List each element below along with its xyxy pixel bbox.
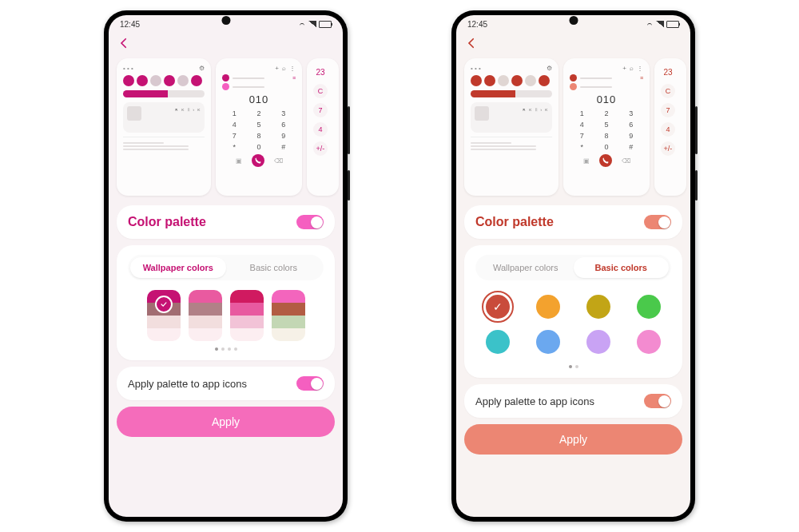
phone-mock-pink: 12:45 • • •⚙ ʀ ᴋ ॥ › ᴋ +⌕⋮ ≡ 010 1234567…: [104, 10, 348, 522]
backspace-icon: ⌫: [274, 157, 283, 165]
palette-tabs: Wallpaper colors Basic colors: [128, 255, 324, 280]
basic-color-grid: [475, 290, 671, 359]
keypad-key: 5: [256, 121, 260, 129]
palette-swatch[interactable]: [147, 290, 181, 341]
dialed-number: 010: [222, 93, 296, 105]
palette-tabs: Wallpaper colors Basic colors: [475, 255, 671, 280]
pager: [128, 347, 324, 351]
phone-mock-red: 12:45 • • •⚙ ʀ ᴋ ॥ › ᴋ +⌕⋮ ≡ 010 1234567…: [451, 10, 695, 522]
preview-calculator: 23C74+/-: [307, 58, 339, 196]
keypad-key: 6: [629, 121, 633, 129]
color-dot[interactable]: [633, 291, 665, 323]
preview-quick-panel: • • •⚙ ʀ ᴋ ॥ › ᴋ: [117, 58, 211, 196]
keypad-key: 9: [281, 132, 285, 140]
call-button: [252, 154, 264, 167]
color-palette-title: Color palette: [128, 215, 206, 229]
keypad-key: 8: [256, 132, 260, 140]
color-dot[interactable]: [582, 291, 614, 323]
keypad-key: 8: [604, 132, 608, 140]
keypad-key: 1: [233, 109, 237, 117]
battery-icon: [666, 21, 679, 28]
theme-preview-carousel[interactable]: • • •⚙ ʀ ᴋ ॥ › ᴋ +⌕⋮ ≡ 010 123456789*0# …: [456, 55, 690, 205]
preview-dialer: +⌕⋮ ≡ 010 123456789*0# ▣ ⌫: [216, 58, 302, 196]
keypad-key: 0: [256, 143, 260, 151]
back-button[interactable]: [109, 33, 343, 55]
keypad-key: 2: [256, 109, 260, 117]
keypad-key: 0: [604, 143, 608, 151]
keypad-key: 7: [233, 132, 237, 140]
apply-to-icons-panel: Apply palette to app icons: [117, 367, 335, 400]
tab-basic-colors[interactable]: Basic colors: [574, 257, 670, 278]
gear-icon: ⚙: [199, 65, 205, 72]
signal-icon: [308, 21, 316, 27]
keypad-key: *: [581, 143, 584, 151]
keypad-key: 7: [580, 132, 584, 140]
palette-swatch[interactable]: [189, 290, 222, 341]
tab-wallpaper-colors[interactable]: Wallpaper colors: [130, 257, 226, 278]
search-icon: ⌕: [282, 65, 286, 72]
keypad-key: 3: [629, 109, 633, 117]
preview-dialer: +⌕⋮ ≡ 010 123456789*0# ▣ ⌫: [563, 58, 650, 196]
apply-to-icons-panel: Apply palette to app icons: [464, 384, 682, 418]
keypad-key: 3: [281, 109, 285, 117]
keypad-key: 1: [580, 109, 584, 117]
back-button[interactable]: [456, 33, 690, 55]
palette-swatch[interactable]: [272, 290, 305, 341]
color-palette-toggle[interactable]: [644, 215, 671, 229]
dialed-number: 010: [570, 93, 643, 105]
wifi-icon: [646, 21, 654, 27]
color-dot[interactable]: [482, 291, 514, 323]
apply-to-icons-toggle[interactable]: [296, 376, 324, 391]
apply-to-icons-toggle[interactable]: [644, 394, 671, 408]
palette-picker-panel: Wallpaper colors Basic colors: [117, 245, 335, 360]
apply-to-icons-label: Apply palette to app icons: [475, 395, 594, 407]
color-palette-panel: Color palette: [464, 205, 682, 239]
apply-button[interactable]: Apply: [464, 424, 682, 455]
keypad-key: 6: [281, 121, 285, 129]
status-time: 12:45: [120, 20, 140, 29]
wifi-icon: [298, 21, 306, 27]
plus-icon: +: [622, 65, 626, 72]
keypad-key: 2: [604, 109, 608, 117]
gear-icon: ⚙: [547, 65, 552, 72]
wallpaper-swatches: [128, 290, 324, 341]
status-time: 12:45: [467, 20, 487, 29]
keypad-key: 5: [604, 121, 608, 129]
tab-basic-colors[interactable]: Basic colors: [226, 257, 322, 278]
palette-picker-panel: Wallpaper colors Basic colors: [464, 245, 682, 378]
keypad-key: 4: [580, 121, 584, 129]
color-palette-panel: Color palette: [117, 205, 335, 239]
backspace-icon: ⌫: [622, 157, 630, 165]
color-dot[interactable]: [582, 326, 614, 358]
color-dot[interactable]: [532, 291, 564, 323]
apply-button[interactable]: Apply: [117, 407, 335, 437]
keypad-key: 9: [629, 132, 633, 140]
color-dot[interactable]: [532, 326, 564, 358]
video-call-icon: ▣: [583, 157, 590, 165]
pager: [475, 365, 671, 368]
color-dot[interactable]: [633, 326, 665, 358]
apply-to-icons-label: Apply palette to app icons: [128, 378, 247, 390]
front-camera: [569, 16, 578, 25]
search-icon: ⌕: [630, 65, 634, 72]
battery-icon: [319, 21, 332, 28]
color-palette-toggle[interactable]: [296, 215, 324, 229]
signal-icon: [656, 21, 664, 27]
tab-wallpaper-colors[interactable]: Wallpaper colors: [478, 257, 574, 278]
palette-swatch[interactable]: [230, 290, 264, 341]
color-palette-title: Color palette: [475, 215, 554, 229]
video-call-icon: ▣: [236, 157, 242, 165]
keypad-key: *: [233, 143, 237, 151]
color-dot[interactable]: [482, 326, 514, 358]
keypad-key: #: [629, 143, 633, 151]
keypad-key: 4: [233, 121, 237, 129]
call-button: [599, 154, 612, 167]
theme-preview-carousel[interactable]: • • •⚙ ʀ ᴋ ॥ › ᴋ +⌕⋮ ≡ 010 123456789*0# …: [109, 55, 343, 205]
preview-calculator: 23C74+/-: [654, 58, 686, 196]
keypad-key: #: [281, 143, 285, 151]
front-camera: [221, 16, 230, 25]
plus-icon: +: [275, 65, 279, 72]
preview-quick-panel: • • •⚙ ʀ ᴋ ॥ › ᴋ: [464, 58, 559, 196]
